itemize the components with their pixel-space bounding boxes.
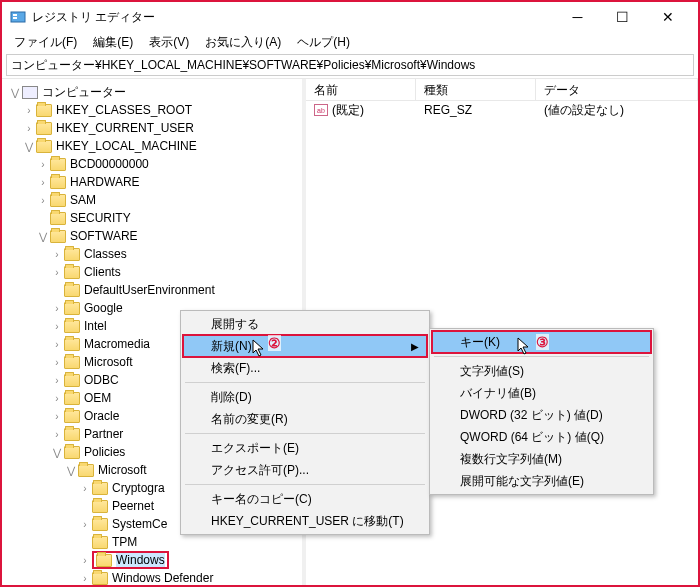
menu-favorites[interactable]: お気に入り(A)	[197, 32, 289, 52]
tree-software[interactable]: ⋁SOFTWARE	[2, 227, 302, 245]
string-value-icon: ab	[314, 104, 328, 116]
folder-icon	[36, 122, 52, 135]
tree-due[interactable]: DefaultUserEnvironment	[2, 281, 302, 299]
folder-icon	[92, 536, 108, 549]
folder-icon	[36, 104, 52, 117]
folder-icon	[96, 554, 112, 567]
cm-new[interactable]: 新規(N)▶	[183, 335, 427, 357]
folder-icon	[64, 410, 80, 423]
cm-new-dword[interactable]: DWORD (32 ビット) 値(D)	[432, 404, 651, 426]
cm-new-string[interactable]: 文字列値(S)	[432, 360, 651, 382]
tree-tpm[interactable]: TPM	[2, 533, 302, 551]
folder-icon	[92, 500, 108, 513]
tree-windows-defender[interactable]: ›Windows Defender	[2, 569, 302, 585]
tree-bcd[interactable]: ›BCD00000000	[2, 155, 302, 173]
cm-separator	[185, 382, 425, 383]
folder-icon	[36, 140, 52, 153]
col-type[interactable]: 種類	[416, 79, 536, 100]
cm-new-expandstring[interactable]: 展開可能な文字列値(E)	[432, 470, 651, 492]
menu-view[interactable]: 表示(V)	[141, 32, 197, 52]
menubar: ファイル(F) 編集(E) 表示(V) お気に入り(A) ヘルプ(H)	[2, 32, 698, 52]
folder-icon	[64, 428, 80, 441]
folder-icon	[92, 572, 108, 585]
cm-new-multistring[interactable]: 複数行文字列値(M)	[432, 448, 651, 470]
folder-icon	[64, 392, 80, 405]
address-text: コンピューター¥HKEY_LOCAL_MACHINE¥SOFTWARE¥Poli…	[11, 57, 475, 74]
folder-icon	[50, 230, 66, 243]
maximize-button[interactable]: ☐	[600, 2, 645, 32]
svg-rect-1	[13, 14, 17, 16]
folder-icon	[50, 176, 66, 189]
cm-new-qword[interactable]: QWORD (64 ビット) 値(Q)	[432, 426, 651, 448]
folder-icon	[50, 194, 66, 207]
tree-security[interactable]: SECURITY	[2, 209, 302, 227]
menu-help[interactable]: ヘルプ(H)	[289, 32, 358, 52]
folder-icon	[64, 446, 80, 459]
app-icon	[10, 9, 26, 25]
registry-editor-window: レジストリ エディター ─ ☐ ✕ ファイル(F) 編集(E) 表示(V) お気…	[2, 2, 698, 585]
context-menu: 展開する 新規(N)▶ 検索(F)... 削除(D) 名前の変更(R) エクスポ…	[180, 310, 430, 535]
folder-icon	[64, 284, 80, 297]
cm-export[interactable]: エクスポート(E)	[183, 437, 427, 459]
folder-icon	[64, 338, 80, 351]
folder-icon	[50, 212, 66, 225]
tree-windows[interactable]: ›Windows	[2, 551, 302, 569]
tree-sam[interactable]: ›SAM	[2, 191, 302, 209]
cm-goto-hkcu[interactable]: HKEY_CURRENT_USER に移動(T)	[183, 510, 427, 532]
cm-new-binary[interactable]: バイナリ値(B)	[432, 382, 651, 404]
folder-icon	[50, 158, 66, 171]
tree-classes[interactable]: ›Classes	[2, 245, 302, 263]
cm-separator	[185, 484, 425, 485]
cm-copykey[interactable]: キー名のコピー(C)	[183, 488, 427, 510]
folder-icon	[64, 248, 80, 261]
tree-clients[interactable]: ›Clients	[2, 263, 302, 281]
titlebar: レジストリ エディター ─ ☐ ✕	[2, 2, 698, 32]
folder-icon	[64, 320, 80, 333]
submenu-arrow-icon: ▶	[411, 341, 419, 352]
folder-icon	[64, 356, 80, 369]
annotation-2: ②	[268, 335, 281, 351]
menu-file[interactable]: ファイル(F)	[6, 32, 85, 52]
cm-permissions[interactable]: アクセス許可(P)...	[183, 459, 427, 481]
folder-icon	[64, 266, 80, 279]
context-submenu-new: キー(K) 文字列値(S) バイナリ値(B) DWORD (32 ビット) 値(…	[429, 328, 654, 495]
cm-find[interactable]: 検索(F)...	[183, 357, 427, 379]
cm-separator	[185, 433, 425, 434]
svg-rect-2	[13, 17, 17, 19]
cm-delete[interactable]: 削除(D)	[183, 386, 427, 408]
tree-hklm[interactable]: ⋁HKEY_LOCAL_MACHINE	[2, 137, 302, 155]
folder-icon	[92, 482, 108, 495]
tree-hardware[interactable]: ›HARDWARE	[2, 173, 302, 191]
computer-icon	[22, 86, 38, 99]
cm-separator	[434, 356, 649, 357]
folder-icon	[64, 302, 80, 315]
list-row-default[interactable]: ab(既定) REG_SZ (値の設定なし)	[306, 101, 698, 119]
menu-edit[interactable]: 編集(E)	[85, 32, 141, 52]
address-bar[interactable]: コンピューター¥HKEY_LOCAL_MACHINE¥SOFTWARE¥Poli…	[6, 54, 694, 76]
tree-hkcu[interactable]: ›HKEY_CURRENT_USER	[2, 119, 302, 137]
col-name[interactable]: 名前	[306, 79, 416, 100]
cm-expand[interactable]: 展開する	[183, 313, 427, 335]
close-button[interactable]: ✕	[645, 2, 690, 32]
cm-rename[interactable]: 名前の変更(R)	[183, 408, 427, 430]
folder-icon	[78, 464, 94, 477]
folder-icon	[92, 518, 108, 531]
folder-icon	[64, 374, 80, 387]
col-data[interactable]: データ	[536, 79, 698, 100]
minimize-button[interactable]: ─	[555, 2, 600, 32]
tree-hkcr[interactable]: ›HKEY_CLASSES_ROOT	[2, 101, 302, 119]
window-title: レジストリ エディター	[32, 9, 555, 26]
tree-computer[interactable]: ⋁コンピューター	[2, 83, 302, 101]
annotation-3: ③	[536, 334, 549, 350]
